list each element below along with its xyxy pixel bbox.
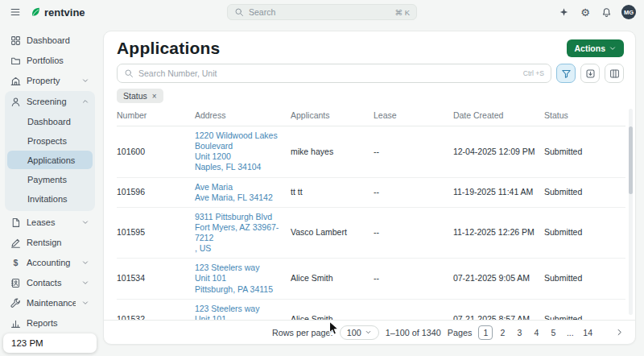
column-header-number[interactable]: Number bbox=[117, 104, 195, 126]
chevron-down-icon bbox=[81, 218, 89, 226]
address-link[interactable]: Pittsburgh, PA 34115 bbox=[195, 284, 286, 295]
sidebar-item-label: Applications bbox=[27, 155, 75, 165]
address-link[interactable]: 9311 Pittsburgh Blvd bbox=[195, 212, 286, 222]
sidebar-item-label: Payments bbox=[27, 175, 67, 184]
sidebar-item-reports[interactable]: Reports bbox=[5, 313, 95, 333]
status-filter-chip[interactable]: Status × bbox=[117, 89, 163, 103]
rows-per-page-select[interactable]: 100 bbox=[340, 325, 379, 340]
pagination-range: 1–100 of 1340 bbox=[386, 328, 441, 337]
column-header-address[interactable]: Address bbox=[195, 104, 291, 126]
cell-lease: -- bbox=[374, 207, 453, 259]
chevron-down-icon bbox=[81, 259, 89, 267]
sidebar-item-screening[interactable]: Screening bbox=[5, 92, 95, 111]
address-link[interactable]: , US bbox=[195, 243, 286, 254]
rows-per-page-label: Rows per page: bbox=[272, 328, 333, 337]
global-search-input[interactable] bbox=[249, 7, 390, 17]
page-button-3[interactable]: 3 bbox=[512, 325, 526, 340]
column-header-date-created[interactable]: Date Created bbox=[453, 104, 544, 126]
address-link[interactable]: Ave Maria, FL 34142 bbox=[195, 192, 286, 203]
sidebar-item-maintenance[interactable]: Maintenance bbox=[5, 293, 95, 313]
address-link[interactable]: Fort Myers, AZ 33967-7212 bbox=[195, 222, 286, 243]
sidebar-item-label: Prospects bbox=[27, 136, 67, 146]
columns-button[interactable] bbox=[605, 64, 624, 83]
export-button[interactable] bbox=[580, 64, 600, 83]
sidebar-item-rentsign[interactable]: Rentsign bbox=[5, 233, 95, 252]
brand-logo[interactable]: rentvine bbox=[30, 6, 85, 19]
next-page-button[interactable] bbox=[613, 326, 625, 338]
assistant-button[interactable] bbox=[557, 6, 571, 19]
sidebar-item-leases[interactable]: Leases bbox=[5, 213, 95, 232]
page-button-2[interactable]: 2 bbox=[495, 325, 510, 340]
address-link[interactable]: Naples, FL 34104 bbox=[195, 162, 286, 172]
cell-date-created: 07-21-2025 9:05 AM bbox=[453, 259, 544, 299]
user-avatar[interactable]: MG bbox=[621, 5, 636, 19]
actions-button[interactable]: Actions bbox=[567, 39, 624, 57]
column-header-lease[interactable]: Lease bbox=[374, 104, 453, 126]
sidebar-item-label: Portfolios bbox=[27, 56, 89, 65]
sidebar-item-label: Dashboard bbox=[27, 117, 71, 126]
sidebar-item-payments[interactable]: Payments bbox=[7, 170, 93, 188]
sidebar-item-label: Invitations bbox=[27, 194, 68, 204]
cell-number: 101532 bbox=[117, 299, 195, 320]
cell-number: 101595 bbox=[117, 207, 195, 259]
contacts-icon bbox=[10, 278, 21, 288]
column-header-status[interactable]: Status bbox=[544, 104, 625, 126]
sparkle-icon bbox=[559, 7, 569, 18]
table-scrollbar[interactable] bbox=[629, 109, 633, 315]
filter-button[interactable] bbox=[556, 64, 576, 83]
scrollbar-thumb[interactable] bbox=[629, 126, 633, 194]
sidebar-item-invitations[interactable]: Invitations bbox=[7, 189, 93, 208]
address-link[interactable]: Boulevard bbox=[195, 141, 286, 151]
global-search[interactable]: ⌘ K bbox=[227, 4, 417, 20]
pagination-bar: Rows per page: 100 1–100 of 1340 Pages 1… bbox=[104, 320, 635, 344]
accounting-icon: $ bbox=[10, 258, 21, 268]
table-search-input[interactable] bbox=[138, 68, 518, 78]
column-header-applicants[interactable]: Applicants bbox=[291, 104, 374, 126]
page-button-14[interactable]: 14 bbox=[580, 325, 596, 340]
cell-date-created: 11-12-2025 12:26 PM bbox=[453, 207, 544, 259]
hamburger-icon bbox=[10, 6, 21, 18]
chevron-right-icon bbox=[615, 328, 624, 337]
sidebar-item-dashboard[interactable]: Dashboard bbox=[7, 112, 93, 130]
page-ellipsis: ... bbox=[563, 325, 577, 340]
sidebar-item-accounting[interactable]: $Accounting bbox=[5, 253, 95, 272]
page-button-5[interactable]: 5 bbox=[546, 325, 560, 340]
page-button-1[interactable]: 1 bbox=[478, 325, 493, 340]
cell-status: Submitted bbox=[544, 299, 625, 320]
chevron-down-icon bbox=[609, 44, 617, 52]
cell-applicants: tt tt bbox=[291, 177, 374, 207]
menu-toggle-button[interactable] bbox=[8, 5, 23, 19]
sidebar-item-contacts[interactable]: Contacts bbox=[5, 273, 95, 292]
address-link[interactable]: 1220 Wildwood Lakes bbox=[195, 130, 286, 141]
settings-button[interactable]: ⚙ bbox=[579, 6, 592, 19]
cell-status: Submitted bbox=[544, 177, 625, 207]
dashboard-icon bbox=[10, 35, 21, 46]
rows-per-page-value: 100 bbox=[347, 328, 361, 337]
page-title: Applications bbox=[117, 39, 220, 58]
sidebar-item-portfolios[interactable]: Portfolios bbox=[5, 51, 95, 70]
sidebar-item-applications[interactable]: Applications bbox=[7, 151, 93, 169]
table-search-shortcut: Ctrl +S bbox=[523, 69, 544, 77]
gear-icon: ⚙ bbox=[580, 7, 590, 18]
sidebar-item-label: Leases bbox=[27, 217, 76, 227]
address-link[interactable]: 123 Steelers way bbox=[195, 263, 286, 273]
chevron-down-icon bbox=[365, 329, 372, 336]
sidebar-item-property[interactable]: Property bbox=[5, 71, 95, 90]
address-link[interactable]: Unit 1200 bbox=[195, 151, 286, 162]
page-button-4[interactable]: 4 bbox=[529, 325, 543, 340]
chip-close-icon[interactable]: × bbox=[152, 92, 157, 101]
topbar: rentvine ⌘ K ⚙ MG bbox=[0, 0, 644, 24]
sidebar-item-prospects[interactable]: Prospects bbox=[7, 131, 93, 150]
address-link[interactable]: Unit 101 bbox=[195, 314, 286, 320]
cell-address: Ave MariaAve Maria, FL 34142 bbox=[195, 177, 291, 207]
notifications-button[interactable] bbox=[600, 6, 613, 19]
sidebar-item-dashboard[interactable]: Dashboard bbox=[5, 31, 95, 50]
maintenance-icon bbox=[10, 298, 21, 308]
cell-applicants: Alice Smith bbox=[291, 299, 374, 320]
address-link[interactable]: 123 Steelers way bbox=[195, 304, 286, 314]
address-link[interactable]: Unit 101 bbox=[195, 273, 286, 284]
address-link[interactable]: Ave Maria bbox=[195, 182, 286, 192]
cell-lease: -- bbox=[374, 259, 453, 299]
table-search[interactable]: Ctrl +S bbox=[117, 64, 551, 83]
cell-applicants: Vasco Lambert bbox=[291, 207, 374, 259]
